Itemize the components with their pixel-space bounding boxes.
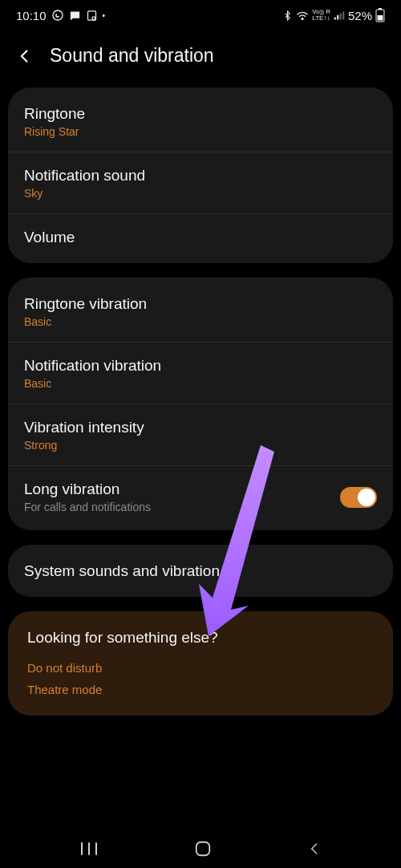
row-title: Ringtone vibration [24,295,147,313]
row-title: System sounds and vibration [24,562,220,580]
svg-rect-10 [378,15,383,21]
related-settings-card: Looking for something else? Do not distu… [8,611,393,716]
row-long-vibration[interactable]: Long vibration For calls and notificatio… [8,466,393,527]
page-title: Sound and vibration [50,45,214,67]
svg-rect-4 [334,17,336,19]
toggle-knob [358,489,375,506]
row-volume[interactable]: Volume [8,214,393,260]
system-nav-bar [0,829,401,868]
link-do-not-disturb[interactable]: Do not disturb [27,661,374,675]
row-title: Vibration intensity [24,419,144,436]
row-title: Ringtone [24,105,85,123]
settings-group-system-sounds: System sounds and vibration [8,545,393,597]
nav-recents[interactable] [80,842,98,856]
settings-group-sounds: Ringtone Rising Star Notification sound … [8,87,393,263]
more-dot-icon: • [103,11,106,20]
battery-icon [375,8,385,22]
row-notification-vibration[interactable]: Notification vibration Basic [8,343,393,404]
row-subtitle: Rising Star [24,125,85,138]
svg-rect-9 [379,8,382,10]
row-vibration-intensity[interactable]: Vibration intensity Strong [8,404,393,466]
wifi-icon [296,10,309,21]
link-theatre-mode[interactable]: Theatre mode [27,683,374,696]
settings-group-vibration: Ringtone vibration Basic Notification vi… [8,278,393,530]
row-subtitle: Basic [24,377,161,390]
status-bar: 10:10 • Vo)) R LTE↑↓ 52% [0,0,401,30]
svg-point-0 [53,10,63,20]
back-button[interactable] [14,46,35,67]
row-subtitle: Strong [24,439,144,452]
svg-point-2 [92,16,95,19]
page-header: Sound and vibration [0,30,401,87]
row-subtitle: For calls and notifications [24,501,151,513]
whatsapp-icon [51,9,64,22]
svg-rect-14 [196,842,210,856]
row-subtitle: Sky [24,187,145,200]
row-subtitle: Basic [24,315,147,328]
row-system-sounds[interactable]: System sounds and vibration [8,548,393,594]
svg-rect-7 [342,11,344,19]
network-label: Vo)) R LTE↑↓ [312,9,330,22]
status-time: 10:10 [16,9,47,22]
svg-point-3 [302,18,303,19]
row-ringtone-vibration[interactable]: Ringtone vibration Basic [8,281,393,343]
nav-home[interactable] [194,840,212,858]
row-ringtone[interactable]: Ringtone Rising Star [8,91,393,152]
nav-back[interactable] [308,841,321,857]
messages-icon [69,10,81,22]
row-title: Notification vibration [24,357,161,375]
signal-icon [334,10,345,21]
row-title: Long vibration [24,481,151,498]
promo-heading: Looking for something else? [27,629,374,647]
row-title: Volume [24,229,75,246]
svg-rect-5 [337,14,338,19]
bluetooth-icon [282,10,293,22]
battery-pct: 52% [348,9,372,22]
long-vibration-toggle[interactable] [340,487,377,508]
app-icon [86,10,98,22]
svg-rect-6 [340,13,342,19]
row-title: Notification sound [24,167,145,185]
row-notification-sound[interactable]: Notification sound Sky [8,152,393,214]
